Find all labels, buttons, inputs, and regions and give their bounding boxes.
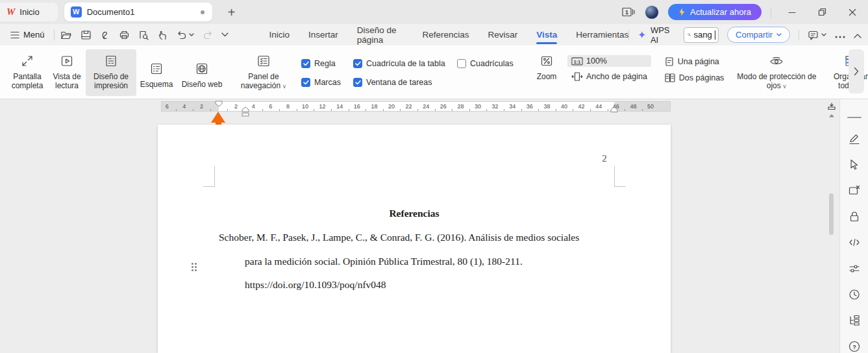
references-heading: Referencias	[158, 208, 671, 219]
user-avatar[interactable]	[645, 5, 659, 19]
hide-ruler-button[interactable]	[825, 103, 839, 110]
print-layout-button[interactable]: Diseño de impresión	[86, 49, 136, 96]
share-button[interactable]: Compartir	[727, 27, 790, 43]
sidebar-lock-button[interactable]	[848, 210, 861, 223]
zoom-100-button[interactable]: 1:1 100%	[567, 55, 651, 67]
page-number: 2	[598, 153, 611, 164]
more-options-button[interactable]	[835, 29, 845, 41]
print-button[interactable]	[119, 30, 130, 40]
document-page[interactable]: 2 Referencias Schober, M. F., Pasek, J.,…	[158, 125, 671, 353]
tab-revisar[interactable]: Revisar	[488, 24, 517, 45]
sidebar-code-button[interactable]	[848, 236, 861, 249]
tab-herramientas[interactable]: Herramientas	[576, 24, 628, 45]
ribbon-scroll-right-button[interactable]	[849, 49, 864, 93]
save-button[interactable]	[81, 30, 92, 40]
outline-view-button[interactable]: Esquema	[136, 49, 177, 96]
print-preview-button[interactable]	[138, 30, 149, 40]
sidebar-handle[interactable]	[847, 115, 862, 119]
checkbox-marcas-label: Marcas	[314, 78, 341, 87]
vertical-scrollbar	[825, 99, 839, 353]
checkbox-cuadricula-tabla-label: Cuadrícula de la tabla	[366, 59, 445, 68]
tab-referencias[interactable]: Referencias	[422, 24, 469, 45]
one-page-button[interactable]: Una página	[660, 55, 728, 68]
hide-ruler-icon	[827, 103, 836, 110]
eye-protection-button[interactable]: Modo de protección de ojos ∨	[736, 49, 817, 96]
drag-line-icon	[847, 116, 862, 119]
restore-button[interactable]	[815, 5, 829, 19]
print-icon	[119, 30, 130, 40]
arrow-head	[211, 112, 225, 123]
svg-text:?: ?	[852, 344, 856, 350]
checkbox-regla[interactable]: Regla	[301, 59, 353, 68]
search-input[interactable]: sang	[684, 27, 719, 43]
qat-more-button[interactable]	[221, 32, 229, 37]
svg-text:1:1: 1:1	[574, 58, 580, 64]
document-tab[interactable]: W Documento1	[64, 3, 212, 21]
checkbox-on-icon	[353, 78, 362, 87]
tab-vista[interactable]: Vista	[536, 24, 557, 45]
window-close-icon	[848, 184, 861, 197]
menu-button[interactable]: Menú	[6, 30, 49, 40]
tab-diseno-de-pagina[interactable]: Diseño de página	[357, 24, 404, 45]
minimize-button[interactable]	[786, 6, 799, 19]
help-icon: ?	[848, 340, 861, 353]
undo-button[interactable]	[177, 30, 194, 40]
sidebar-select-button[interactable]	[848, 158, 861, 171]
right-indent-marker[interactable]	[610, 106, 618, 113]
checkbox-cuadricula-tabla[interactable]: Cuadrícula de la tabla	[353, 59, 457, 68]
zoom-group: Zoom 1:1 100% Ancho de página	[530, 49, 728, 96]
document-workspace: 6422468101214161820222426283032343638404…	[0, 99, 868, 353]
checkbox-marcas[interactable]: Marcas	[301, 78, 353, 87]
sidebar-history-button[interactable]	[848, 288, 861, 301]
minimize-icon	[788, 8, 796, 16]
navigation-pane-button[interactable]: Panel de navegación ∨	[235, 49, 292, 96]
update-now-button[interactable]: Actualizar ahora	[668, 4, 762, 20]
tab-inicio[interactable]: Inicio	[269, 24, 290, 45]
open-button[interactable]	[60, 30, 72, 40]
first-line-indent-marker[interactable]	[215, 101, 223, 107]
scrollbar-thumb[interactable]	[829, 193, 834, 235]
eye-icon	[769, 55, 784, 67]
two-pages-button[interactable]: Dos páginas	[660, 71, 728, 84]
one-to-one-icon: 1:1	[571, 57, 583, 66]
page-width-button[interactable]: Ancho de página	[567, 70, 651, 83]
checkbox-ventana-tareas[interactable]: Ventana de tareas	[353, 78, 457, 87]
wps-ai-button[interactable]: WPS AI	[638, 25, 675, 45]
chevron-down-icon: ∨	[280, 83, 286, 90]
window-count-icon[interactable]: 1	[622, 7, 636, 17]
signature-icon	[100, 30, 110, 40]
home-tab[interactable]: W Inicio	[0, 3, 58, 21]
sidebar-close-window-button[interactable]	[848, 184, 861, 197]
lock-icon	[848, 210, 861, 223]
close-button[interactable]	[846, 6, 859, 19]
navigation-group: Panel de navegación ∨ Regla Cuadrícula d…	[235, 49, 522, 96]
zoom-button[interactable]: Zoom	[530, 49, 564, 96]
two-pages-icon	[664, 73, 676, 83]
new-tab-button[interactable]: +	[224, 6, 240, 19]
tab-insertar[interactable]: Insertar	[308, 24, 338, 45]
collapse-ribbon-button[interactable]	[854, 29, 862, 41]
menubar-right: WPS AI sang Compartir	[628, 25, 862, 45]
hand-tool-button[interactable]	[158, 30, 168, 40]
clock-icon	[848, 288, 861, 301]
scroll-up-button[interactable]	[825, 114, 839, 117]
code-icon	[848, 236, 861, 249]
hanging-indent-marker[interactable]	[242, 106, 249, 117]
chevron-down-icon	[221, 32, 229, 37]
ruler[interactable]: 6422468101214161820222426283032343638404…	[161, 101, 671, 112]
sidebar-help-button[interactable]: ?	[848, 340, 861, 353]
paragraph-drag-handle[interactable]	[192, 263, 197, 272]
sidebar-settings-button[interactable]	[848, 262, 861, 275]
comments-button[interactable]	[808, 30, 826, 40]
web-layout-button[interactable]: Diseño web	[177, 49, 227, 96]
checkbox-cuadriculas[interactable]: Cuadrículas	[457, 59, 522, 68]
zoom-percent-icon	[540, 55, 553, 67]
signature-button[interactable]	[100, 30, 110, 40]
redo-button[interactable]	[203, 30, 213, 40]
save-icon	[81, 30, 92, 40]
sidebar-edit-button[interactable]	[848, 132, 861, 145]
chevron-down-icon	[189, 33, 194, 36]
fullscreen-button[interactable]: Pantalla completa	[6, 49, 48, 96]
reading-view-button[interactable]: Vista de lectura	[48, 49, 86, 96]
sidebar-structure-button[interactable]	[848, 314, 861, 327]
